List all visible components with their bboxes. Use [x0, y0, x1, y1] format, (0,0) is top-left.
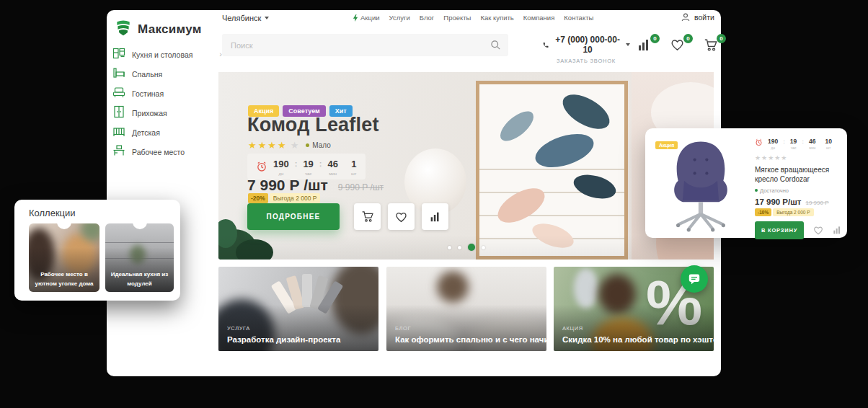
kids-icon — [112, 125, 125, 141]
availability-dot — [755, 189, 758, 192]
product-title-link[interactable]: Мягкое вращающееся кресло Cordozar — [755, 165, 841, 185]
phone-number[interactable]: +7 (000) 000-00-10 — [542, 35, 630, 55]
collection-caption: Рабочее место в уютном уголке дома — [32, 270, 97, 288]
phone-icon — [542, 41, 549, 49]
countdown-value: 1 — [351, 159, 356, 169]
stars-filled: ★★★★ — [248, 140, 288, 151]
price-old: 19 990 Р — [805, 200, 828, 206]
hero-rating: ★★★★ ★ Мало — [248, 140, 331, 151]
login-button[interactable]: войти — [681, 12, 714, 22]
slider-dots — [448, 244, 485, 251]
add-to-cart-button[interactable]: В корзину — [755, 221, 804, 239]
chat-widget-button[interactable] — [681, 265, 708, 293]
countdown-label: час — [790, 146, 797, 150]
hero-discount: -20% Выгода 2 000 Р — [248, 193, 320, 203]
nav-link-label: Как купить — [480, 14, 513, 22]
bedroom-icon — [112, 66, 125, 82]
countdown-label: шт — [825, 146, 831, 150]
add-to-favorites-button[interactable] — [813, 226, 823, 235]
nav-link-company[interactable]: Компания — [523, 14, 554, 22]
popup-actions: В корзину — [755, 221, 841, 239]
promo-tag: Блог — [395, 325, 411, 332]
compare-bars-icon — [637, 38, 650, 51]
nav-link-sales[interactable]: Акции — [353, 14, 380, 22]
callback-link[interactable]: заказать звонок — [542, 58, 630, 64]
slider-dot-2[interactable] — [458, 246, 461, 249]
compare-count-badge: 0 — [650, 34, 660, 43]
price-current: 17 990 Р/шт — [755, 198, 801, 206]
sidebar-item-kids[interactable]: Детская › — [112, 123, 222, 142]
search-bar — [222, 34, 508, 56]
star-empty: ★ — [291, 140, 299, 151]
collection-card-kitchen[interactable]: Идеальная кухня из модулей — [105, 223, 174, 292]
sidebar-item-label: Детская — [132, 128, 213, 137]
countdown-value: 46 — [809, 138, 815, 145]
cart-icon — [704, 38, 718, 52]
discount-benefit-badge: Выгода 2 000 Р — [270, 193, 321, 203]
sidebar-item-label: Кухня и столовая — [132, 50, 213, 59]
add-to-cart-button[interactable] — [354, 203, 381, 230]
sidebar-item-livingroom[interactable]: Гостиная › — [112, 84, 222, 103]
alarm-clock-icon — [755, 138, 763, 146]
favorites-count-badge: 0 — [683, 34, 693, 43]
countdown-separator: : — [319, 159, 322, 168]
lightning-icon — [353, 14, 358, 22]
nav-link-label: Услуги — [389, 14, 410, 22]
workspace-icon — [112, 144, 125, 160]
countdown-label: час — [303, 172, 313, 176]
collections-title: Коллекции — [29, 208, 76, 218]
livingroom-icon — [112, 86, 125, 102]
countdown-value: 190 — [273, 159, 289, 169]
slider-dot-1[interactable] — [448, 246, 451, 249]
promo-card-service[interactable]: Услуга Разработка дизайн-проекта — [218, 267, 378, 351]
nav-link-how-to-buy[interactable]: Как купить — [480, 14, 513, 22]
nav-link-contacts[interactable]: Контакты — [564, 14, 593, 22]
search-input[interactable] — [222, 34, 508, 56]
add-to-favorites-button[interactable] — [388, 203, 415, 230]
promo-title: Как оформить спальню и с чего начинать — [395, 335, 546, 344]
region-selector[interactable]: Челябинск — [222, 14, 269, 22]
sidebar-item-workspace[interactable]: Рабочее место › — [112, 142, 222, 161]
availability-label: Достаточно — [760, 187, 789, 194]
hero-cabinet-art — [476, 81, 628, 260]
hero-product-title: Комод Leaflet — [247, 114, 379, 136]
heart-icon — [395, 211, 407, 223]
slider-dot-3-active[interactable] — [468, 244, 475, 251]
nav-link-services[interactable]: Услуги — [389, 14, 410, 22]
promo-title: Разработка дизайн-проекта — [227, 335, 340, 344]
cart-button[interactable]: 0 — [704, 38, 719, 53]
search-icon[interactable] — [490, 40, 501, 53]
countdown-label: шт — [351, 172, 357, 176]
favorites-button[interactable]: 0 — [670, 38, 686, 53]
sidebar-item-bedroom[interactable]: Спальня › — [112, 64, 222, 84]
collection-card-workspace[interactable]: Рабочее место в уютном уголке дома — [29, 223, 99, 292]
chat-bubble-icon — [688, 273, 701, 285]
compare-bars-icon — [430, 211, 440, 222]
compare-bars-icon — [833, 226, 841, 234]
details-button[interactable]: Подробнее — [247, 203, 340, 230]
heart-icon — [670, 38, 684, 51]
promo-card-blog[interactable]: Блог Как оформить спальню и с чего начин… — [386, 267, 546, 351]
hallway-icon — [112, 105, 125, 121]
slider-dot-4[interactable] — [482, 246, 485, 249]
popup-price-row: 17 990 Р/шт 19 990 Р — [755, 198, 841, 206]
brand-name: Максимум — [138, 22, 202, 37]
compare-button[interactable]: 0 — [637, 38, 653, 53]
logo[interactable]: Максимум — [114, 19, 202, 40]
countdown-separator: : — [295, 159, 298, 168]
collections-panel: Коллекции Рабочее место в уютном уголке … — [14, 200, 180, 301]
sidebar-item-label: Спальня — [132, 70, 213, 79]
countdown-minutes: 46мин — [809, 138, 815, 150]
add-to-compare-button[interactable] — [833, 226, 841, 234]
nav-link-projects[interactable]: Проекты — [443, 14, 471, 22]
nav-link-label: Акции — [360, 14, 380, 22]
nav-link-label: Контакты — [564, 14, 593, 22]
sidebar-item-label: Прихожая — [132, 109, 213, 117]
sidebar-item-hallway[interactable]: Прихожая › — [112, 103, 222, 123]
availability-dot — [306, 143, 309, 147]
add-to-compare-button[interactable] — [422, 203, 448, 230]
nav-link-blog[interactable]: Блог — [420, 14, 435, 22]
collection-caption: Идеальная кухня из модулей — [108, 270, 171, 288]
countdown-hours: 19час — [303, 157, 313, 176]
sidebar-item-kitchen[interactable]: Кухня и столовая › — [112, 45, 222, 64]
